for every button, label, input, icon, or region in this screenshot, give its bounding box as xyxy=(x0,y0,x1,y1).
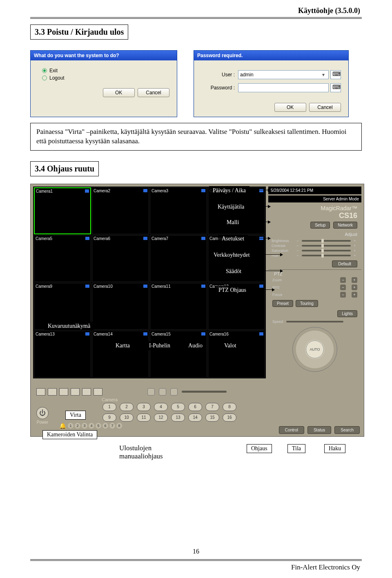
alarm-output-button[interactable]: 4 xyxy=(89,423,94,429)
camera-tile[interactable]: Camera13 xyxy=(34,331,91,378)
camera-tile[interactable]: Camera1 xyxy=(34,187,91,234)
alarm-outputs[interactable]: 🔔 12345678 xyxy=(59,422,122,429)
camera-select-button[interactable]: 5 xyxy=(171,403,185,411)
callout-ipuhelin: I-Puhelin xyxy=(145,341,174,350)
ok-button[interactable]: OK xyxy=(274,103,306,112)
camera-select-button[interactable]: 3 xyxy=(137,403,151,411)
ptz-dpad[interactable]: AUTO xyxy=(292,327,337,372)
callout-haku: Haku xyxy=(324,444,345,453)
mode-label: Server Admin Mode xyxy=(268,196,361,202)
alarm-output-button[interactable]: 5 xyxy=(96,423,101,429)
password-input[interactable] xyxy=(238,83,329,92)
brand-model: CS16 xyxy=(268,211,357,220)
setup-button[interactable]: Setup xyxy=(310,222,330,229)
network-button[interactable]: Network xyxy=(333,222,357,229)
phone-icon[interactable] xyxy=(159,388,166,396)
camera-select-button[interactable]: 11 xyxy=(137,413,151,422)
auto-button[interactable]: AUTO xyxy=(306,340,324,358)
ok-button[interactable]: OK xyxy=(103,88,135,97)
callout-saadot: Säädöt xyxy=(222,267,245,276)
camera-select-button[interactable]: 16 xyxy=(223,413,236,422)
camera-tile[interactable]: Camera2 xyxy=(92,187,149,234)
rec-icon xyxy=(143,285,147,288)
camera-tile[interactable]: Camera15 xyxy=(150,331,207,378)
camera-tile[interactable]: Camera10 xyxy=(92,283,149,330)
camera-select-button[interactable]: 7 xyxy=(205,403,219,411)
camera-tile[interactable]: Camera7 xyxy=(150,235,207,282)
alarm-output-button[interactable]: 3 xyxy=(82,423,87,429)
preset-button[interactable]: Preset xyxy=(272,300,293,307)
saturation-slider[interactable]: Saturation−+ xyxy=(268,248,361,253)
callout-valot: Valot xyxy=(220,341,240,350)
callout-malli: Malli xyxy=(223,218,243,227)
keyboard-icon[interactable] xyxy=(330,83,341,92)
camera-select-button[interactable]: 8 xyxy=(223,403,236,411)
radio-exit-label: Exit xyxy=(49,68,58,73)
map-icon[interactable] xyxy=(147,388,155,396)
camera-select-button[interactable]: 6 xyxy=(188,403,202,411)
camera-tile[interactable]: Camera5 xyxy=(34,235,91,282)
rec-icon xyxy=(143,189,147,192)
callout-audio: Audio xyxy=(185,341,206,350)
camera-select-button[interactable]: 10 xyxy=(120,413,134,422)
camera-select-button[interactable]: 1 xyxy=(102,403,116,411)
touring-button[interactable]: Touring xyxy=(296,300,318,307)
alarm-output-button[interactable]: 7 xyxy=(109,423,115,429)
alarm-output-button[interactable]: 8 xyxy=(116,423,122,429)
iris-control[interactable]: IRIS−+ xyxy=(268,284,361,291)
callout-ulostulo1: Ulostulojen xyxy=(119,444,151,452)
camera-tile[interactable]: Camera6 xyxy=(92,235,149,282)
callout-asetukset: Asetukset xyxy=(218,234,248,243)
password-label: Password : xyxy=(201,85,238,91)
layout-presets[interactable] xyxy=(36,388,102,396)
camera-select-button[interactable]: 4 xyxy=(154,403,168,411)
alarm-output-button[interactable]: 1 xyxy=(68,423,74,429)
camera-tile[interactable]: Camera14 xyxy=(92,331,149,378)
radio-exit[interactable]: Exit xyxy=(42,68,169,73)
speed-slider[interactable]: Speed xyxy=(268,319,361,325)
camera-tile[interactable]: Camera16 xyxy=(208,331,265,378)
control-button[interactable]: Control xyxy=(279,426,304,434)
camera-tile[interactable]: Camera3 xyxy=(150,187,207,234)
alarm-output-button[interactable]: 6 xyxy=(102,423,108,429)
callout-kuvaruutu: Kuvaruutunäkymä xyxy=(44,322,94,331)
radio-icon xyxy=(42,76,47,80)
focus-control[interactable]: Focus−+ xyxy=(268,291,361,298)
camera-select-button[interactable]: 12 xyxy=(154,413,168,422)
callout-tila: Tila xyxy=(287,444,305,453)
audio-icon[interactable] xyxy=(170,388,178,396)
footer-rule xyxy=(30,559,362,561)
search-button[interactable]: Search xyxy=(334,426,360,434)
status-button[interactable]: Status xyxy=(307,426,331,434)
user-input[interactable]: admin ▾ xyxy=(238,70,329,79)
camera-select-button[interactable]: 9 xyxy=(102,413,116,422)
camera-select-button[interactable]: 2 xyxy=(120,403,134,411)
camera-select-button[interactable]: 14 xyxy=(188,413,202,422)
power-button[interactable]: ⏻ Power xyxy=(36,407,49,425)
callout-ulostulo2: manuaaliohjaus xyxy=(119,452,163,460)
camera-select-button[interactable]: 13 xyxy=(171,413,185,422)
volume-slider[interactable] xyxy=(182,391,227,393)
dialog-exit: What do you want the system to do? Exit … xyxy=(30,50,177,117)
brightness-slider[interactable]: Brightness−+ xyxy=(268,238,361,243)
camera-select-button[interactable]: 15 xyxy=(205,413,219,422)
page-footer: Fin-Alert Electronics Oy xyxy=(291,563,360,571)
cancel-button[interactable]: Cancel xyxy=(309,103,341,112)
radio-logout[interactable]: Logout xyxy=(42,75,169,81)
zoom-control[interactable]: Zoom−+ xyxy=(268,276,361,284)
cancel-button[interactable]: Cancel xyxy=(138,88,169,97)
camera-tile[interactable]: Camera11 xyxy=(150,283,207,330)
brand-name: MagicRadar™ xyxy=(268,205,357,211)
adjust-label: Adjust xyxy=(268,232,361,237)
callout-kayttajatila: Käyttäjätila xyxy=(214,202,248,211)
chevron-down-icon[interactable]: ▾ xyxy=(320,72,327,78)
alarm-output-button[interactable]: 2 xyxy=(75,423,80,429)
default-button[interactable]: Default xyxy=(332,260,357,267)
rec-icon xyxy=(143,332,147,336)
contrast-slider[interactable]: Contrast−+ xyxy=(268,243,361,248)
right-panel: 5/28/2004 12:54:21 PM Server Admin Mode … xyxy=(268,187,361,434)
callout-kartta: Kartta xyxy=(112,341,134,350)
keyboard-icon[interactable] xyxy=(330,70,341,79)
dialog-password-title: Password required. xyxy=(194,51,348,60)
lights-button[interactable]: Lights xyxy=(337,310,357,317)
